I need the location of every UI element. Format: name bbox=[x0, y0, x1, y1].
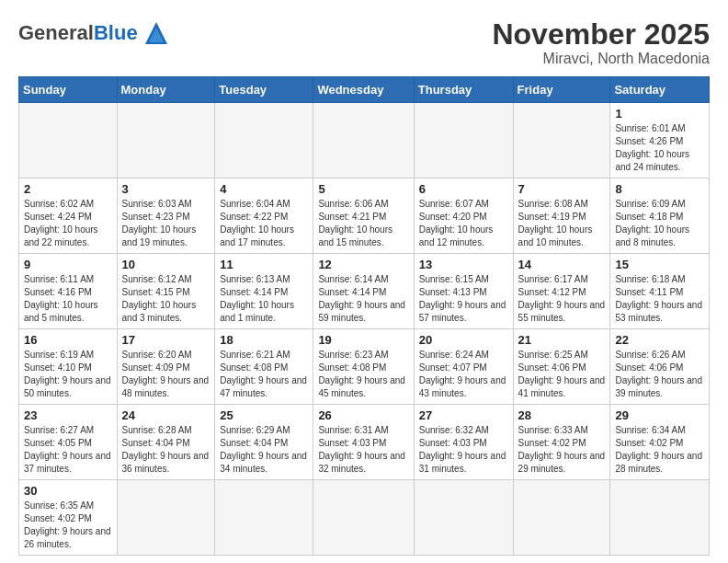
calendar-cell: 17Sunrise: 6:20 AM Sunset: 4:09 PM Dayli… bbox=[117, 329, 215, 405]
day-number: 12 bbox=[318, 258, 408, 271]
day-number: 18 bbox=[220, 333, 308, 347]
header-wednesday: Wednesday bbox=[313, 77, 414, 103]
calendar-cell bbox=[313, 480, 414, 556]
header: General Blue November 2025 Miravci, Nort… bbox=[18, 18, 710, 67]
header-saturday: Saturday bbox=[610, 77, 710, 103]
calendar-cell: 4Sunrise: 6:04 AM Sunset: 4:22 PM Daylig… bbox=[215, 178, 313, 254]
header-monday: Monday bbox=[117, 77, 215, 103]
day-number: 19 bbox=[318, 333, 408, 347]
calendar-cell bbox=[414, 480, 513, 556]
calendar-cell: 2Sunrise: 6:02 AM Sunset: 4:24 PM Daylig… bbox=[19, 178, 118, 254]
calendar-cell: 13Sunrise: 6:15 AM Sunset: 4:13 PM Dayli… bbox=[414, 254, 513, 329]
day-info: Sunrise: 6:33 AM Sunset: 4:02 PM Dayligh… bbox=[518, 424, 606, 476]
calendar-cell: 25Sunrise: 6:29 AM Sunset: 4:04 PM Dayli… bbox=[215, 405, 313, 480]
day-info: Sunrise: 6:29 AM Sunset: 4:04 PM Dayligh… bbox=[220, 424, 308, 476]
day-number: 29 bbox=[615, 408, 704, 422]
calendar-cell bbox=[19, 103, 118, 178]
calendar-cell bbox=[610, 480, 710, 556]
calendar-cell: 6Sunrise: 6:07 AM Sunset: 4:20 PM Daylig… bbox=[414, 178, 513, 254]
day-info: Sunrise: 6:18 AM Sunset: 4:11 PM Dayligh… bbox=[615, 273, 704, 325]
day-number: 6 bbox=[419, 182, 508, 196]
day-number: 28 bbox=[518, 408, 606, 422]
day-number: 16 bbox=[24, 333, 112, 347]
day-number: 2 bbox=[24, 182, 112, 196]
day-number: 24 bbox=[122, 408, 210, 422]
day-info: Sunrise: 6:08 AM Sunset: 4:19 PM Dayligh… bbox=[518, 198, 606, 249]
day-info: Sunrise: 6:23 AM Sunset: 4:08 PM Dayligh… bbox=[318, 349, 408, 400]
day-info: Sunrise: 6:34 AM Sunset: 4:02 PM Dayligh… bbox=[615, 424, 704, 476]
day-number: 14 bbox=[518, 258, 606, 271]
header-tuesday: Tuesday bbox=[215, 77, 313, 103]
day-number: 10 bbox=[122, 258, 210, 271]
calendar-row-4: 23Sunrise: 6:27 AM Sunset: 4:05 PM Dayli… bbox=[19, 405, 710, 480]
calendar-cell: 9Sunrise: 6:11 AM Sunset: 4:16 PM Daylig… bbox=[19, 254, 118, 329]
calendar-row-2: 9Sunrise: 6:11 AM Sunset: 4:16 PM Daylig… bbox=[19, 254, 710, 329]
day-info: Sunrise: 6:24 AM Sunset: 4:07 PM Dayligh… bbox=[419, 349, 508, 400]
day-number: 20 bbox=[419, 333, 508, 347]
day-number: 1 bbox=[615, 107, 704, 121]
calendar-cell: 19Sunrise: 6:23 AM Sunset: 4:08 PM Dayli… bbox=[313, 329, 414, 405]
day-number: 30 bbox=[24, 484, 112, 498]
day-info: Sunrise: 6:11 AM Sunset: 4:16 PM Dayligh… bbox=[24, 273, 112, 325]
calendar-row-3: 16Sunrise: 6:19 AM Sunset: 4:10 PM Dayli… bbox=[19, 329, 710, 405]
calendar-cell: 14Sunrise: 6:17 AM Sunset: 4:12 PM Dayli… bbox=[513, 254, 610, 329]
day-info: Sunrise: 6:26 AM Sunset: 4:06 PM Dayligh… bbox=[615, 349, 704, 400]
day-info: Sunrise: 6:19 AM Sunset: 4:10 PM Dayligh… bbox=[24, 349, 112, 400]
calendar-cell: 23Sunrise: 6:27 AM Sunset: 4:05 PM Dayli… bbox=[19, 405, 118, 480]
header-sunday: Sunday bbox=[19, 77, 118, 103]
logo: General Blue bbox=[18, 18, 171, 48]
day-info: Sunrise: 6:04 AM Sunset: 4:22 PM Dayligh… bbox=[220, 198, 308, 249]
logo-general-text: General bbox=[18, 21, 94, 45]
day-info: Sunrise: 6:06 AM Sunset: 4:21 PM Dayligh… bbox=[318, 198, 408, 249]
header-thursday: Thursday bbox=[414, 77, 513, 103]
calendar-cell bbox=[117, 480, 215, 556]
calendar-row-0: 1Sunrise: 6:01 AM Sunset: 4:26 PM Daylig… bbox=[19, 103, 710, 178]
header-friday: Friday bbox=[513, 77, 610, 103]
day-info: Sunrise: 6:25 AM Sunset: 4:06 PM Dayligh… bbox=[518, 349, 606, 400]
day-number: 8 bbox=[615, 182, 704, 196]
location-title: Miravci, North Macedonia bbox=[492, 51, 710, 67]
day-number: 7 bbox=[518, 182, 606, 196]
day-info: Sunrise: 6:12 AM Sunset: 4:15 PM Dayligh… bbox=[122, 273, 210, 325]
calendar-cell: 10Sunrise: 6:12 AM Sunset: 4:15 PM Dayli… bbox=[117, 254, 215, 329]
calendar-cell: 16Sunrise: 6:19 AM Sunset: 4:10 PM Dayli… bbox=[19, 329, 118, 405]
day-info: Sunrise: 6:21 AM Sunset: 4:08 PM Dayligh… bbox=[220, 349, 308, 400]
day-info: Sunrise: 6:17 AM Sunset: 4:12 PM Dayligh… bbox=[518, 273, 606, 325]
calendar-cell: 3Sunrise: 6:03 AM Sunset: 4:23 PM Daylig… bbox=[117, 178, 215, 254]
title-area: November 2025 Miravci, North Macedonia bbox=[492, 18, 710, 67]
calendar-cell bbox=[215, 103, 313, 178]
calendar-cell: 30Sunrise: 6:35 AM Sunset: 4:02 PM Dayli… bbox=[19, 480, 118, 556]
calendar-cell: 5Sunrise: 6:06 AM Sunset: 4:21 PM Daylig… bbox=[313, 178, 414, 254]
day-number: 25 bbox=[220, 408, 308, 422]
calendar-cell: 27Sunrise: 6:32 AM Sunset: 4:03 PM Dayli… bbox=[414, 405, 513, 480]
day-number: 23 bbox=[24, 408, 112, 422]
day-info: Sunrise: 6:13 AM Sunset: 4:14 PM Dayligh… bbox=[220, 273, 308, 325]
day-number: 3 bbox=[122, 182, 210, 196]
calendar-cell bbox=[215, 480, 313, 556]
day-number: 4 bbox=[220, 182, 308, 196]
logo-blue-text: Blue bbox=[94, 21, 138, 45]
day-info: Sunrise: 6:14 AM Sunset: 4:14 PM Dayligh… bbox=[318, 273, 408, 325]
day-info: Sunrise: 6:32 AM Sunset: 4:03 PM Dayligh… bbox=[419, 424, 508, 476]
calendar-cell bbox=[414, 103, 513, 178]
logo-icon bbox=[142, 18, 171, 48]
calendar-cell: 21Sunrise: 6:25 AM Sunset: 4:06 PM Dayli… bbox=[513, 329, 610, 405]
calendar-cell: 11Sunrise: 6:13 AM Sunset: 4:14 PM Dayli… bbox=[215, 254, 313, 329]
day-number: 17 bbox=[122, 333, 210, 347]
calendar-cell: 26Sunrise: 6:31 AM Sunset: 4:03 PM Dayli… bbox=[313, 405, 414, 480]
calendar-cell: 18Sunrise: 6:21 AM Sunset: 4:08 PM Dayli… bbox=[215, 329, 313, 405]
calendar-table: Sunday Monday Tuesday Wednesday Thursday… bbox=[18, 76, 710, 556]
day-number: 9 bbox=[24, 258, 112, 271]
day-number: 21 bbox=[518, 333, 606, 347]
calendar-cell: 29Sunrise: 6:34 AM Sunset: 4:02 PM Dayli… bbox=[610, 405, 710, 480]
day-number: 22 bbox=[615, 333, 704, 347]
day-info: Sunrise: 6:03 AM Sunset: 4:23 PM Dayligh… bbox=[122, 198, 210, 249]
calendar-row-5: 30Sunrise: 6:35 AM Sunset: 4:02 PM Dayli… bbox=[19, 480, 710, 556]
day-info: Sunrise: 6:02 AM Sunset: 4:24 PM Dayligh… bbox=[24, 198, 112, 249]
calendar-cell bbox=[117, 103, 215, 178]
calendar-cell: 28Sunrise: 6:33 AM Sunset: 4:02 PM Dayli… bbox=[513, 405, 610, 480]
day-number: 27 bbox=[419, 408, 508, 422]
day-number: 13 bbox=[419, 258, 508, 271]
day-info: Sunrise: 6:07 AM Sunset: 4:20 PM Dayligh… bbox=[419, 198, 508, 249]
month-title: November 2025 bbox=[492, 18, 710, 51]
